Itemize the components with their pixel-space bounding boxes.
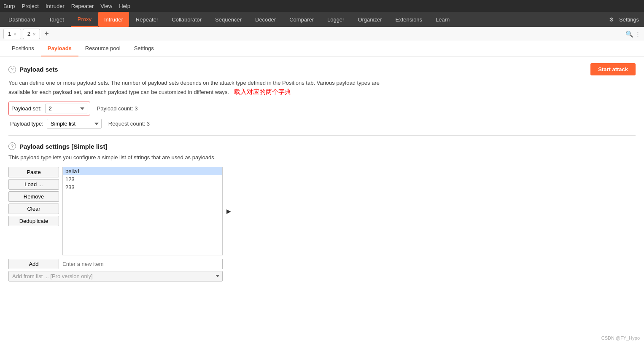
nav-right-section: ⚙ Settings [609,16,642,23]
payload-set-row: Payload set: 2 1 Payload count: 3 [8,102,636,115]
sub-tab-payloads[interactable]: Payloads [41,41,78,56]
nav-tab-organizer[interactable]: Organizer [351,12,388,27]
clear-button[interactable]: Clear [8,204,59,214]
start-attack-button[interactable]: Start attack [590,63,636,75]
main-content: ? Payload sets Start attack You can defi… [0,56,644,343]
nav-tab-extensions[interactable]: Extensions [389,12,429,27]
menu-repeater[interactable]: Repeater [71,3,94,9]
payload-list-container: Paste Load ... Remove Clear Deduplicate … [8,167,636,255]
sub-tab-positions[interactable]: Positions [5,41,41,56]
tab-2-close[interactable]: × [33,32,35,37]
menu-intruder[interactable]: Intruder [46,3,65,9]
tab-2-label: 2 [27,31,30,37]
payload-sets-header: ? Payload sets Start attack [8,63,636,75]
add-from-list-select[interactable]: Add from list ... [Pro version only] [8,271,223,281]
scroll-right-icon[interactable]: ▶ [226,208,231,214]
nav-tab-repeater[interactable]: Repeater [129,12,165,27]
nav-tab-target[interactable]: Target [42,12,71,27]
add-button[interactable]: Add [8,259,59,269]
settings-label[interactable]: Settings [619,16,639,23]
nav-tab-logger[interactable]: Logger [321,12,351,27]
payload-sets-description: You can define one or more payload sets.… [8,79,388,96]
add-item-input[interactable] [59,259,223,269]
payload-settings-title: Payload settings [Simple list] [19,143,107,150]
add-row: Add [8,259,223,269]
payload-sets-title: Payload sets [19,66,58,73]
add-from-list-row: Add from list ... [Pro version only] [8,271,223,281]
sub-tab-settings[interactable]: Settings [127,41,161,56]
payload-action-buttons: Paste Load ... Remove Clear Deduplicate [8,167,59,255]
tab-more-icon[interactable]: ⋮ [635,31,641,37]
tab-search-icon[interactable]: 🔍 [625,30,633,38]
tab-2[interactable]: 2 × [23,29,40,39]
payload-type-label: Payload type: [10,121,43,127]
payload-settings-section: ? Payload settings [Simple list] This pa… [8,142,636,281]
menu-help[interactable]: Help [119,3,130,9]
list-item[interactable]: bella1 [63,167,222,175]
nav-tab-collaborator[interactable]: Collaborator [165,12,208,27]
list-item[interactable]: 233 [63,183,222,191]
nav-tab-decoder[interactable]: Decoder [248,12,283,27]
nav-tab-intruder[interactable]: Intruder [98,12,129,27]
watermark: CSDN @FY_Hypo [601,335,640,340]
tab-1-close[interactable]: × [13,32,16,37]
menu-view[interactable]: View [100,3,112,9]
list-item[interactable]: 123 [63,175,222,183]
menu-bar: Burp Project Intruder Repeater View Help [0,0,644,12]
menu-project[interactable]: Project [22,3,38,9]
paste-button[interactable]: Paste [8,167,59,177]
tab-1-label: 1 [8,31,11,37]
payload-type-row: Payload type: Simple list Runtime file C… [8,119,636,129]
payload-settings-header: ? Payload settings [Simple list] [8,142,636,150]
deduplicate-button[interactable]: Deduplicate [8,216,59,226]
payload-settings-help-icon[interactable]: ? [8,142,16,150]
nav-bar: Dashboard Target Proxy Intruder Repeater… [0,12,644,27]
request-count-label: Request count: 3 [108,121,150,127]
nav-tab-sequencer[interactable]: Sequencer [208,12,248,27]
sub-tab-resource-pool[interactable]: Resource pool [78,41,127,56]
payload-set-label: Payload set: [11,105,42,112]
payload-set-select[interactable]: 2 1 [45,104,87,113]
tab-add-button[interactable]: + [42,29,51,38]
payload-list-wrapper: bella1 123 233 ▶ [62,167,223,255]
sub-tab-row: Positions Payloads Resource pool Setting… [0,41,644,56]
tab-row: 1 × 2 × + 🔍 ⋮ [0,27,644,41]
nav-tab-proxy[interactable]: Proxy [71,12,98,27]
payload-type-select[interactable]: Simple list Runtime file Custom iterator [47,119,102,129]
annotation-text: 载入对应的两个字典 [234,88,291,95]
nav-tab-learn[interactable]: Learn [429,12,456,27]
nav-tab-comparer[interactable]: Comparer [283,12,321,27]
section-divider [8,135,636,136]
payload-settings-description: This payload type lets you configure a s… [8,153,388,162]
nav-tab-dashboard[interactable]: Dashboard [2,12,42,27]
payload-set-wrapper: Payload set: 2 1 [8,102,90,115]
menu-burp[interactable]: Burp [3,3,15,9]
payload-list[interactable]: bella1 123 233 [62,167,223,255]
tab-1[interactable]: 1 × [3,29,21,39]
gear-icon[interactable]: ⚙ [609,16,614,23]
remove-button[interactable]: Remove [8,191,59,202]
payload-sets-section: ? Payload sets Start attack You can defi… [8,63,636,129]
payload-count-label: Payload count: 3 [97,105,138,112]
load-button[interactable]: Load ... [8,179,59,190]
payload-sets-help-icon[interactable]: ? [8,66,16,73]
